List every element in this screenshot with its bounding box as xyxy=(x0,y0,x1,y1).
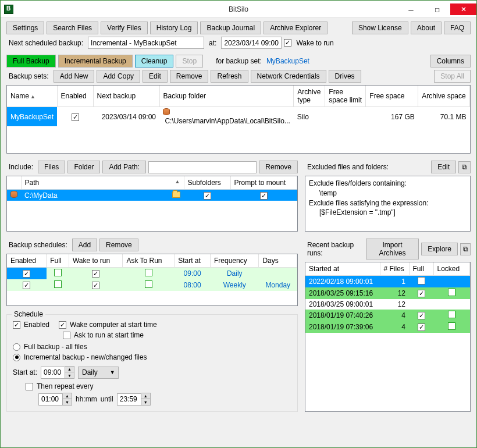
backup-set-link[interactable]: MyBackupSet xyxy=(266,57,309,65)
explore-button[interactable]: Explore xyxy=(421,243,458,255)
full-checkbox[interactable] xyxy=(418,323,425,331)
full-backup-button[interactable]: Full Backup xyxy=(6,55,56,67)
col-free[interactable]: Free space xyxy=(366,86,418,107)
columns-button[interactable]: Columns xyxy=(430,55,471,67)
backup-journal-button[interactable]: Backup Journal xyxy=(200,22,261,34)
exclude-box[interactable]: Exclude files/folders containing: \temp … xyxy=(305,176,471,232)
full-checkbox[interactable] xyxy=(418,290,425,297)
frequency-dropdown[interactable]: Daily▼ xyxy=(78,367,119,379)
add-copy-button[interactable]: Add Copy xyxy=(97,70,140,83)
col-next[interactable]: Next backup xyxy=(93,86,159,107)
archive-explorer-button[interactable]: Archive Explorer xyxy=(264,22,328,34)
refresh-button[interactable]: Refresh xyxy=(211,70,248,83)
schedule-remove-button[interactable]: Remove xyxy=(99,239,138,251)
until-spinner[interactable]: ▲▼ xyxy=(117,393,151,406)
full-checkbox[interactable] xyxy=(418,277,425,285)
recent-table[interactable]: Started at # Files Full Locked 2022/02/1… xyxy=(305,262,471,412)
full-checkbox[interactable] xyxy=(54,280,62,288)
repeat-checkbox[interactable] xyxy=(26,383,33,390)
form-ask-checkbox[interactable] xyxy=(63,332,70,339)
col-locked[interactable]: Locked xyxy=(433,262,470,276)
next-schedule-time[interactable] xyxy=(221,37,282,49)
col-full[interactable]: Full xyxy=(409,262,433,276)
enabled-checkbox[interactable] xyxy=(23,282,30,289)
table-row[interactable]: C:\MyData xyxy=(7,190,297,201)
table-row[interactable]: 2022/02/18 09:00:011 xyxy=(305,276,470,288)
incremental-backup-button[interactable]: Incremental Backup xyxy=(58,55,133,67)
verify-files-button[interactable]: Verify Files xyxy=(101,22,148,34)
col-subfolders[interactable]: Subfolders xyxy=(184,176,230,190)
network-credentials-button[interactable]: Network Credentials xyxy=(251,70,326,83)
history-log-button[interactable]: History Log xyxy=(150,22,198,34)
col-prompt[interactable]: Prompt to mount xyxy=(230,176,297,190)
include-folder-button[interactable]: Folder xyxy=(67,161,100,173)
wake-checkbox[interactable] xyxy=(92,282,99,289)
table-row[interactable]: 09:00 Daily xyxy=(7,268,297,280)
titlebar[interactable]: BitSilo — ☐ ✕ xyxy=(1,1,476,18)
locked-checkbox[interactable] xyxy=(448,289,455,296)
enabled-checkbox[interactable] xyxy=(23,270,30,278)
table-row[interactable]: 2018/03/25 09:00:0112 xyxy=(305,299,470,310)
settings-button[interactable]: Settings xyxy=(6,22,44,34)
row-enabled-checkbox[interactable] xyxy=(72,113,79,121)
incremental-backup-radio[interactable] xyxy=(13,354,20,361)
show-license-button[interactable]: Show License xyxy=(352,22,408,34)
col-folder[interactable]: Backup folder xyxy=(159,86,294,107)
cleanup-button[interactable]: Cleanup xyxy=(135,55,174,67)
table-row[interactable]: MyBackupSet 2023/03/14 09:00 C:\Users\ma… xyxy=(7,107,470,127)
edit-set-button[interactable]: Edit xyxy=(143,70,168,83)
full-checkbox[interactable] xyxy=(418,312,425,319)
search-files-button[interactable]: Search Files xyxy=(47,22,98,34)
wake-checkbox[interactable] xyxy=(92,270,99,278)
col-space[interactable]: Archive space xyxy=(418,86,470,107)
col-wake[interactable]: Wake to run xyxy=(69,254,122,268)
start-time-spinner[interactable]: ▲▼ xyxy=(41,366,74,379)
import-archives-button[interactable]: Import Archives xyxy=(366,239,419,259)
form-wake-checkbox[interactable] xyxy=(59,321,66,329)
popout-icon[interactable]: ⧉ xyxy=(458,161,471,173)
col-type[interactable]: Archive type xyxy=(294,86,325,107)
ask-checkbox[interactable] xyxy=(145,269,152,276)
include-table[interactable]: Path▲ Subfolders Prompt to mount C:\MyDa… xyxy=(6,176,298,232)
add-new-button[interactable]: Add New xyxy=(54,70,95,83)
minimize-button[interactable]: — xyxy=(398,3,424,15)
full-checkbox[interactable] xyxy=(54,269,62,276)
include-remove-button[interactable]: Remove xyxy=(259,161,298,173)
sets-table[interactable]: Name▲ Enabled Next backup Backup folder … xyxy=(6,85,471,154)
stop-button[interactable]: Stop xyxy=(176,55,203,67)
stop-all-button[interactable]: Stop All xyxy=(434,70,471,83)
include-files-button[interactable]: Files xyxy=(38,161,65,173)
col-limit[interactable]: Free space limit xyxy=(325,86,366,107)
table-row[interactable]: 2018/01/19 07:40:264 xyxy=(305,310,470,321)
col-days[interactable]: Days xyxy=(259,254,297,268)
col-name[interactable]: Name▲ xyxy=(7,86,57,107)
exclude-edit-button[interactable]: Edit xyxy=(431,161,456,173)
col-full[interactable]: Full xyxy=(47,254,69,268)
remove-set-button[interactable]: Remove xyxy=(170,70,209,83)
add-path-button[interactable]: Add Path: xyxy=(102,161,146,173)
schedules-table[interactable]: Enabled Full Wake to run Ask To Run Star… xyxy=(6,254,298,306)
wake-to-run-checkbox[interactable] xyxy=(284,39,291,47)
col-enabled[interactable]: Enabled xyxy=(57,86,93,107)
full-backup-radio[interactable] xyxy=(13,343,20,351)
drives-button[interactable]: Drives xyxy=(329,70,361,83)
prompt-checkbox[interactable] xyxy=(260,192,268,200)
maximize-button[interactable]: ☐ xyxy=(424,3,450,15)
ask-checkbox[interactable] xyxy=(145,280,152,288)
close-button[interactable]: ✕ xyxy=(450,3,476,15)
table-row[interactable]: 08:00 Weekly Monday xyxy=(7,279,297,291)
add-path-input[interactable] xyxy=(148,161,257,173)
col-freq[interactable]: Frequency xyxy=(211,254,259,268)
form-enabled-checkbox[interactable] xyxy=(13,321,20,329)
table-row[interactable]: 2018/03/25 09:15:1612 xyxy=(305,287,470,299)
schedule-add-button[interactable]: Add xyxy=(72,239,97,251)
subfolders-checkbox[interactable] xyxy=(204,192,211,200)
col-files[interactable]: # Files xyxy=(380,262,409,276)
col-start[interactable]: Start at xyxy=(175,254,211,268)
table-row[interactable]: 2018/01/19 07:39:064 xyxy=(305,321,470,333)
col-started[interactable]: Started at xyxy=(305,262,380,276)
faq-button[interactable]: FAQ xyxy=(444,22,471,34)
col-ask[interactable]: Ask To Run xyxy=(123,254,175,268)
locked-checkbox[interactable] xyxy=(448,322,455,330)
repeat-value-spinner[interactable]: ▲▼ xyxy=(38,393,72,406)
